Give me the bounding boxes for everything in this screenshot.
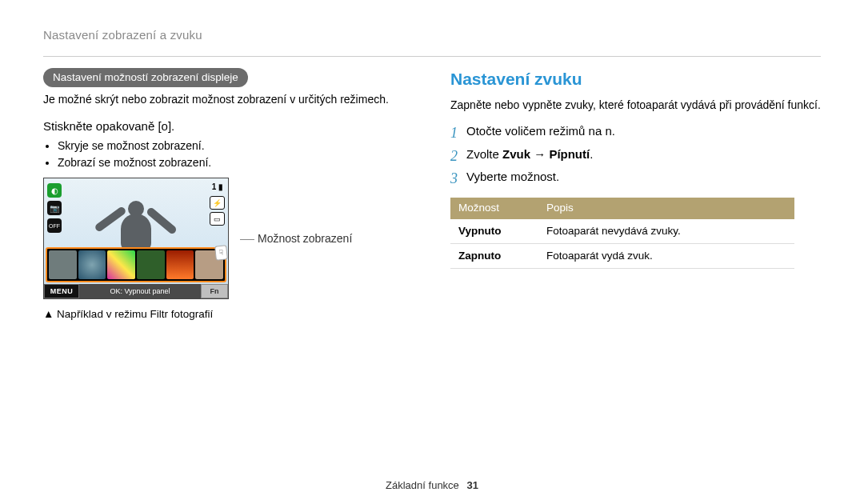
thumb	[166, 250, 194, 279]
hand-cursor-icon: ☟	[214, 246, 228, 261]
table-row: Vypnuto Fotoaparát nevydává zvuky.	[450, 219, 794, 244]
mode-dial-icon: n	[605, 124, 611, 138]
right-column: Nastavení zvuku Zapněte nebo vypněte zvu…	[450, 68, 821, 322]
left-intro: Je možné skrýt nebo zobrazit možnost zob…	[43, 92, 414, 107]
thumb	[78, 250, 106, 279]
step1-post: .	[612, 124, 615, 138]
menu-button: MENU	[44, 284, 79, 298]
camera-icon: 📷	[47, 201, 62, 215]
camera-preview: ◐ 📷 OFF 1 ▮ ⚡ ▭ ☟	[43, 178, 229, 299]
opt-key: Vypnuto	[450, 219, 538, 244]
footer-section: Základní funkce	[386, 479, 459, 491]
callout-text: Možnost zobrazení	[258, 232, 352, 245]
example-note: ▲ Například v režimu Filtr fotografií	[43, 307, 414, 322]
options-table: Možnost Popis Vypnuto Fotoaparát nevydáv…	[450, 198, 794, 269]
arrow-icon: →	[530, 147, 549, 161]
bullet-show: Zobrazí se možnost zobrazení.	[58, 155, 414, 170]
step2-b2: Pípnutí	[549, 147, 590, 161]
step-2: 2 Zvolte Zvuk → Pípnutí.	[450, 146, 821, 166]
fn-button: Fn	[201, 284, 228, 298]
th-option: Možnost	[450, 198, 538, 218]
callout-line-icon	[240, 239, 254, 240]
sound-title: Nastavení zvuku	[450, 68, 821, 90]
subhead-post: ].	[168, 119, 174, 133]
step2-post: .	[590, 147, 593, 161]
flash-icon: ⚡	[210, 196, 225, 210]
off-icon: OFF	[47, 218, 62, 233]
preview-right-icons: ⚡ ▭	[210, 196, 225, 226]
thumb	[107, 250, 135, 279]
opt-desc: Fotoaparát nevydává zvuky.	[538, 219, 794, 244]
step-1: 1 Otočte voličem režimů na n.	[450, 123, 821, 142]
ok-label: OK: Vypnout panel	[79, 284, 201, 298]
step2-b1: Zvuk	[502, 147, 530, 161]
mode-icon: ◐	[47, 183, 62, 198]
preview-left-icons: ◐ 📷 OFF	[47, 183, 62, 233]
thumb	[49, 250, 77, 279]
size-icon: ▭	[210, 212, 225, 226]
footer-page-number: 31	[466, 479, 478, 491]
left-subhead: Stiskněte opakovaně [o].	[43, 118, 414, 134]
subhead-pre: Stiskněte opakovaně [	[43, 119, 162, 133]
bullet-hide: Skryje se možnost zobrazení.	[58, 138, 414, 154]
left-bullets: Skryje se možnost zobrazení. Zobrazí se …	[43, 138, 414, 170]
thumb	[137, 250, 165, 279]
step1-pre: Otočte voličem režimů na	[466, 124, 605, 138]
step2-pre: Zvolte	[466, 147, 502, 161]
steps-list: 1 Otočte voličem režimů na n. 2 Zvolte Z…	[450, 123, 821, 188]
preview-callout: Možnost zobrazení	[240, 231, 352, 246]
opt-key: Zapnuto	[450, 243, 538, 268]
preview-bottom-bar: MENU OK: Vypnout panel Fn	[44, 284, 228, 298]
step-number: 1	[450, 123, 466, 142]
disp-button-icon: o	[162, 119, 168, 133]
preview-counter: 1 ▮	[212, 182, 223, 193]
thumbnail-strip: ☟	[46, 247, 226, 282]
opt-desc: Fotoaparát vydá zvuk.	[538, 243, 794, 268]
table-row: Zapnuto Fotoaparát vydá zvuk.	[450, 243, 794, 268]
step-number: 3	[450, 169, 466, 188]
th-desc: Popis	[538, 198, 794, 218]
page-footer: Základní funkce 31	[0, 478, 864, 493]
section-pill: Nastavení možností zobrazení displeje	[43, 68, 248, 87]
step-3: 3 Vyberte možnost.	[450, 169, 821, 188]
left-column: Nastavení možností zobrazení displeje Je…	[43, 68, 414, 322]
step3-text: Vyberte možnost.	[466, 169, 559, 185]
separator	[43, 56, 821, 57]
step-number: 2	[450, 146, 466, 166]
page-header: Nastavení zobrazení a zvuku	[43, 27, 821, 43]
sound-intro: Zapněte nebo vypněte zvuky, které fotoap…	[450, 98, 821, 113]
